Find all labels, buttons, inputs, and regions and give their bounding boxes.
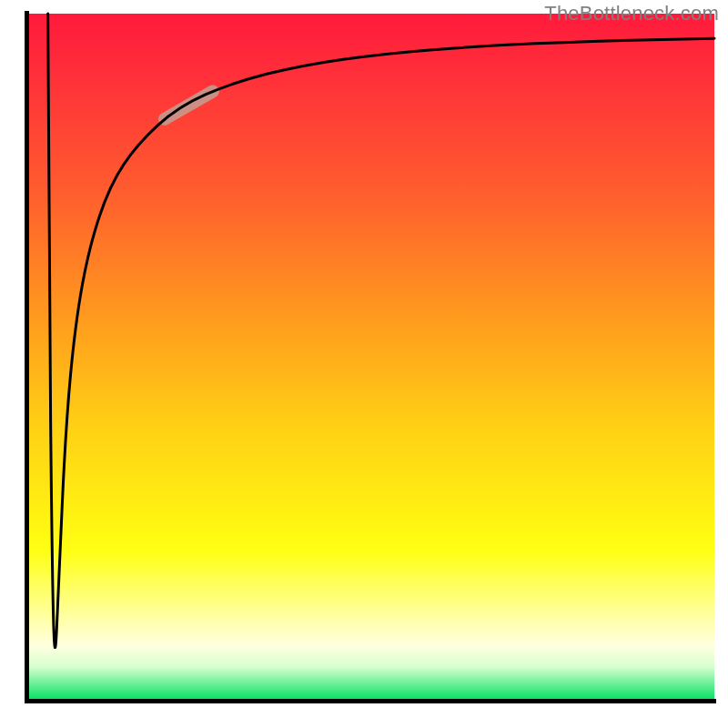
curve-layer bbox=[27, 14, 714, 701]
bottleneck-curve bbox=[48, 14, 714, 648]
watermark-text: TheBottleneck.com bbox=[544, 2, 719, 25]
chart-stage: TheBottleneck.com bbox=[0, 0, 728, 728]
